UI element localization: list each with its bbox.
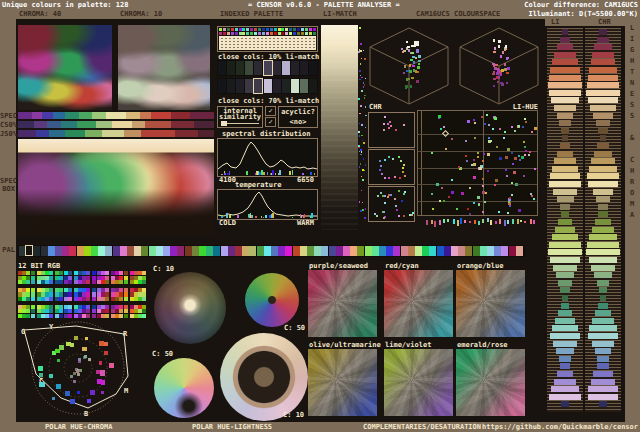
wheel-c10-dark	[154, 272, 226, 344]
cold-label: COLD	[219, 219, 236, 227]
indexed-palette-section-label: INDEXED PALETTE	[220, 10, 283, 18]
close-col-swatch	[300, 61, 308, 75]
spec-strip-label: SPEC	[0, 112, 15, 120]
chr-scatter-box-1	[368, 112, 415, 148]
li-hue-points	[418, 111, 537, 215]
comp-panel-orange-blue	[456, 270, 525, 337]
similarity-checkbox-1[interactable]: ✓	[265, 106, 276, 116]
close-col-swatch	[218, 79, 226, 93]
unique-colours-label: Unique colours in palette: 128	[2, 1, 128, 9]
spec-box-label-1: SPEC	[0, 177, 15, 185]
indexed-palette-box	[217, 26, 318, 52]
spectral-distribution-graph	[217, 138, 318, 177]
close-col-swatch	[254, 61, 262, 75]
comp-panel-red-cyan	[384, 270, 453, 337]
close-col-swatch	[245, 61, 253, 75]
histogram-li-header: LI	[551, 18, 559, 26]
chroma10-panel	[118, 25, 210, 110]
jso-strip	[18, 130, 214, 137]
temperature-title: temperature	[235, 181, 281, 189]
close-col-swatch	[282, 61, 290, 75]
footer-polar-hue-lightness: POLAR HUE-LIGHTNESS	[192, 423, 272, 431]
histogram-chr-header: CHR	[598, 18, 611, 26]
comp-panel-lime-violet	[384, 349, 453, 416]
spec-box-label-2: BOX	[0, 185, 15, 193]
internal-similarity-line2: similarity	[218, 113, 262, 121]
temperature-curve	[218, 190, 317, 219]
close-col-swatch	[273, 61, 281, 75]
colour-difference-label: Colour difference: CAM16UCS	[524, 1, 638, 9]
comp-panel-emerald-rose	[456, 349, 525, 416]
spectral-min-label: 4100	[219, 176, 236, 184]
warm-label: WARM	[297, 219, 314, 227]
close-col-swatch	[218, 61, 226, 75]
illuminant-label: Illuminant: D(T=5500.00°K)	[528, 10, 638, 18]
acyclic-box: acyclic? <no>	[278, 106, 318, 128]
rgb12-label: 12 BIT RGB	[18, 262, 60, 270]
close-col-swatch	[309, 79, 317, 93]
footer-polar-hue-chroma: POLAR HUE-CHROMA	[45, 423, 112, 431]
internal-similarity-box: internal similarity	[217, 106, 263, 128]
palette-strip	[18, 245, 525, 257]
acyclic-question: acyclic?	[279, 108, 317, 116]
comp-title-olive-ultramarine: olive/ultramarine	[309, 341, 381, 349]
footer-complementaries: COMPLEMENTARIES/DESATURATION	[363, 423, 481, 431]
polar-hue-chroma-points	[16, 316, 142, 416]
chroma40-panel	[18, 25, 112, 110]
lightness-chroma-vertical-label: LIGHTNESS & CHROMA	[627, 24, 637, 222]
similarity-checkbox-2[interactable]: ✓	[265, 117, 276, 127]
close-col-swatch	[282, 79, 290, 93]
wheel-c10-rings	[220, 333, 308, 421]
wheel4-label: C: 10	[283, 411, 304, 419]
app-title: = CENSOR v0.6.0 - PALETTE ANALYSER =	[248, 1, 400, 9]
spec-strip	[18, 112, 214, 119]
spectral-distribution-title: spectral distribution	[222, 130, 311, 138]
similarity-slider-handle[interactable]	[221, 121, 227, 126]
rgb12-grid	[18, 271, 148, 320]
close-col-swatch	[273, 79, 281, 93]
cso-strip	[18, 121, 214, 128]
wheel-c50-light	[154, 358, 214, 418]
wheel2-label: C: 50	[284, 324, 305, 332]
spec-box-panel	[18, 139, 214, 235]
comp-title-lime-violet: lime/violet	[385, 341, 431, 349]
close-col-swatch	[236, 61, 244, 75]
close-cols-row-2	[217, 78, 318, 94]
jso-strip-label: JS0%	[0, 130, 15, 138]
close-col-swatch	[227, 61, 235, 75]
close-col-swatch	[291, 79, 299, 93]
li-hue-colour-ticks	[425, 218, 538, 226]
close-col-swatch	[254, 79, 262, 93]
comp-panel-olive-ultramarine	[308, 349, 377, 416]
comp-title-purple-seaweed: purple/seaweed	[309, 262, 368, 270]
close-col-swatch	[227, 79, 235, 93]
chroma40-section-label: CHROMA: 40	[19, 10, 61, 18]
close-col-swatch	[245, 79, 253, 93]
acyclic-value[interactable]: <no>	[279, 118, 317, 126]
spectral-curve	[218, 139, 317, 176]
close-col-swatch	[291, 61, 299, 75]
footer-url[interactable]: https://github.com/Quickmarble/censor	[482, 423, 638, 431]
colourspace-section-label: CAM16UCS COLOURSPACE	[416, 10, 500, 18]
comp-title-orange-blue: orange/blue	[457, 262, 503, 270]
censor-window: Unique colours in palette: 128 = CENSOR …	[0, 0, 640, 432]
wheel-c50-vivid	[245, 273, 299, 327]
chroma10-section-label: CHROMA: 10	[120, 10, 162, 18]
histogram-bars	[545, 26, 625, 415]
close-col-swatch	[264, 61, 272, 75]
indexed-palette-empty-slots	[219, 36, 316, 50]
li-match-gradient	[321, 25, 358, 230]
spectral-max-label: 6650	[297, 176, 314, 184]
chr-scatter-box-3	[368, 186, 415, 222]
close-col-swatch	[300, 79, 308, 93]
close-col-swatch	[236, 79, 244, 93]
comp-title-red-cyan: red/cyan	[385, 262, 419, 270]
close-cols-70-label: close cols: 70% li-match	[218, 97, 319, 105]
li-match-section-label: LI-MATCH	[323, 10, 357, 18]
pal-strip-label: PAL	[0, 246, 15, 254]
cso-strip-label: CS0%	[0, 121, 15, 129]
comp-panel-purple-seaweed	[308, 270, 377, 337]
temperature-graph	[217, 189, 318, 220]
wheel3-label: C: 50	[152, 350, 173, 358]
close-cols-row-1	[217, 60, 318, 76]
